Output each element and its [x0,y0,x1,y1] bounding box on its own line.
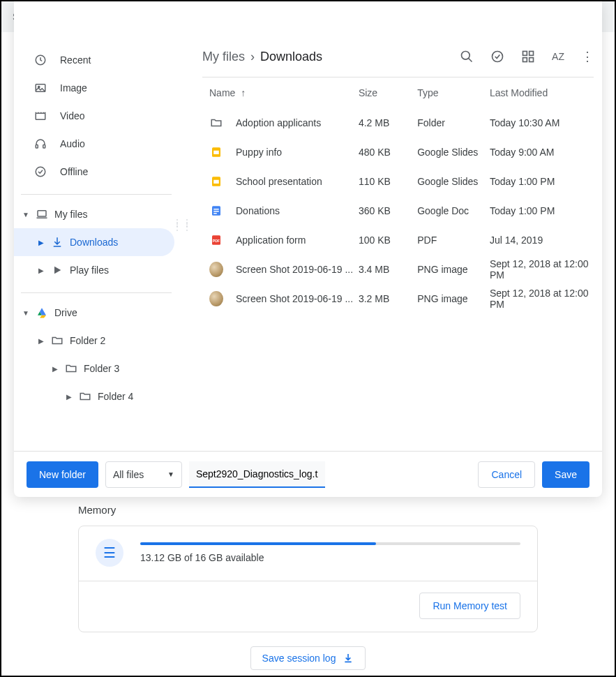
sort-icon[interactable]: AZ [552,51,564,62]
download-icon [343,653,354,664]
svg-rect-5 [43,145,45,149]
svg-rect-15 [213,151,219,154]
save-session-log-button[interactable]: Save session log [250,646,366,670]
file-type: Google Slides [417,176,490,187]
tree-label: Folder 3 [84,363,119,374]
file-list-header: Name↑ Size Type Last Modified [202,77,594,108]
tree-item-downloads[interactable]: ▶ Downloads [14,228,174,256]
sidebar-label: Offline [60,166,88,177]
svg-text:PDF: PDF [213,239,220,243]
file-size: 100 KB [359,235,417,246]
sidebar-label: Image [60,82,87,94]
tree-label: Folder 2 [70,335,105,346]
tree-item-drive[interactable]: ▼ Drive [14,299,188,327]
chevron-down-icon: ▼ [22,211,29,218]
sidebar-label: Video [60,110,85,121]
breadcrumb[interactable]: My files › Downloads [202,50,322,64]
sidebar-item-offline[interactable]: Offline [14,158,188,186]
svg-rect-4 [36,145,38,149]
sort-by-modified[interactable]: Last Modified [490,87,594,98]
file-size: 110 KB [359,176,417,187]
sidebar-item-audio[interactable]: Audio [14,130,188,158]
thumb-icon [209,262,223,276]
file-size: 4.2 MB [359,117,417,128]
file-type: PNG image [417,293,490,304]
sidebar-label: Recent [60,54,91,66]
file-size: 3.2 MB [359,293,417,304]
download-icon [50,235,64,249]
cancel-button[interactable]: Cancel [478,461,535,488]
file-name: School presentation [236,176,322,187]
slides-icon [209,145,223,159]
file-row[interactable]: Screen Shot 2019-06-19 ... 3.2 MB PNG im… [202,284,594,313]
chevron-right-icon: ▶ [66,393,73,401]
file-modified: Today 10:30 AM [490,117,594,128]
tree-label: Downloads [70,237,118,248]
sort-by-name[interactable]: Name↑ [202,87,359,98]
divider [21,194,172,195]
offline-toggle-icon[interactable] [490,50,504,64]
memory-card: ☰ 13.12 GB of 16 GB available Run Memory… [78,526,538,632]
file-name: Application form [236,235,306,246]
memory-text: 13.12 GB of 16 GB available [140,552,520,563]
file-type: Google Doc [417,205,490,216]
tree-item-folder2[interactable]: ▶ Folder 2 [14,327,188,355]
tree-label: Play files [70,265,109,276]
memory-section-title: Memory [78,504,538,516]
grid-view-icon[interactable] [521,50,535,64]
file-modified: Today 1:00 PM [490,205,594,216]
drag-handle-icon[interactable]: ⋮⋮⋮⋮ [172,221,192,229]
file-row[interactable]: School presentation 110 KB Google Slides… [202,167,594,196]
folder-icon [64,362,78,375]
svg-point-6 [36,167,45,177]
tree-item-folder3[interactable]: ▶ Folder 3 [14,355,188,382]
sort-by-type[interactable]: Type [417,87,490,98]
file-name: Donations [236,205,280,216]
file-row[interactable]: PDFApplication form 100 KB PDF Jul 14, 2… [202,225,594,255]
breadcrumb-current: Downloads [260,50,322,64]
tree-item-folder4[interactable]: ▶ Folder 4 [14,382,188,410]
new-folder-button[interactable]: New folder [27,461,98,488]
svg-rect-13 [529,58,534,62]
run-memory-test-button[interactable]: Run Memory test [419,593,520,619]
sidebar: Recent Image Video Audio Offline ⋮⋮⋮⋮ [14,32,188,451]
chevron-down-icon: ▼ [22,309,29,317]
svg-rect-17 [213,180,219,184]
file-filter-select[interactable]: All files ▼ [105,461,182,488]
save-button[interactable]: Save [542,461,589,488]
file-modified: Jul 14, 2019 [490,235,594,246]
tree-item-playfiles[interactable]: ▶ Play files [14,256,188,284]
chevron-right-icon: ▶ [38,239,45,246]
file-type: Folder [417,117,490,128]
filename-input[interactable] [189,461,325,488]
sort-by-size[interactable]: Size [359,87,417,98]
drive-icon [35,306,49,320]
sidebar-item-recent[interactable]: Recent [14,46,188,74]
file-size: 480 KB [359,147,417,158]
file-type: Google Slides [417,147,490,158]
chevron-right-icon: ▶ [38,267,45,274]
svg-rect-20 [213,211,219,212]
file-row[interactable]: Screen Shot 2019-06-19 ... 3.4 MB PNG im… [202,255,594,284]
search-icon[interactable] [460,50,474,64]
svg-point-8 [462,52,470,60]
doc-icon [209,204,223,218]
more-icon[interactable]: ⋮ [581,49,594,64]
arrow-up-icon: ↑ [241,87,246,98]
folder-icon [50,334,64,348]
file-row[interactable]: Adoption applicants 4.2 MB Folder Today … [202,108,594,137]
sidebar-label: Audio [60,138,85,149]
file-browser: My files › Downloads AZ ⋮ Name↑ Size Typ… [188,32,602,451]
sidebar-item-image[interactable]: Image [14,74,188,102]
file-row[interactable]: Donations 360 KB Google Doc Today 1:00 P… [202,196,594,225]
file-row[interactable]: Puppy info 480 KB Google Slides Today 9:… [202,137,594,167]
pdf-icon: PDF [209,233,223,247]
chevron-right-icon: ▶ [38,337,45,345]
tree-item-myfiles[interactable]: ▼ My files [14,200,188,228]
breadcrumb-root: My files [202,50,245,64]
sidebar-item-video[interactable]: Video [14,102,188,130]
clock-icon [33,53,47,67]
thumb-icon [209,292,223,306]
session-log-label: Save session log [262,653,336,664]
tree-label: My files [54,209,87,220]
